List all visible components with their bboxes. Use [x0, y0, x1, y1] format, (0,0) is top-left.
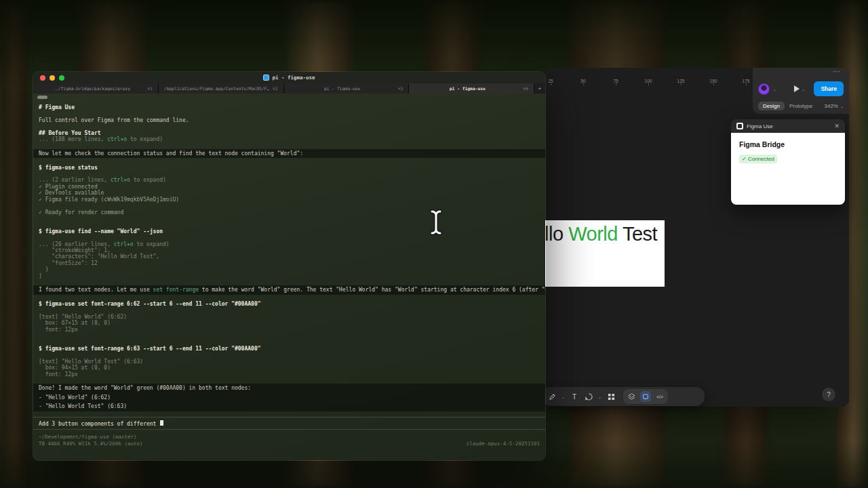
ruler-tick: 75 [606, 79, 626, 83]
terminal-line [33, 279, 545, 285]
terminal-line: "fontSize": 12 [33, 260, 545, 266]
terminal-line: font: 12px [33, 371, 545, 378]
minimize-button[interactable] [50, 75, 55, 81]
tab-design[interactable]: Design [758, 102, 785, 110]
chevron-down-icon[interactable]: ⌄ [598, 394, 601, 399]
terminal-tab[interactable]: pi - figma-use⌘4 [409, 83, 534, 94]
terminal-line [33, 123, 545, 129]
share-button[interactable]: Share [814, 81, 844, 96]
new-tab-button[interactable]: + [534, 83, 545, 94]
terminal-line: box: 94×15 at (0, 0) [33, 365, 545, 371]
terminal-line: ✓ Figma file ready (cWvWk19mqkbV5AeDj1mo… [33, 197, 545, 203]
terminal-line [33, 142, 545, 148]
terminal-line [33, 235, 545, 241]
chevron-down-icon[interactable]: ⌄ [561, 394, 565, 399]
terminal-line: ... (2 earlier lines, ctrl+o to expand) [33, 177, 545, 183]
help-button[interactable]: ? [822, 388, 835, 401]
terminal-line [33, 295, 545, 301]
mouse-ibeam-cursor [427, 209, 445, 239]
plugin-window: Figma Use ✕ Figma Bridge ✓ Connected [731, 119, 845, 205]
terminal-line: ] [33, 273, 545, 279]
terminal-line [33, 110, 545, 117]
close-button[interactable] [40, 75, 45, 81]
avatar[interactable] [758, 83, 770, 95]
statusline-usage: T8 4466 R49% W11k 5.4%/200k (auto) [39, 441, 143, 447]
plugin-window-title: Figma Use [747, 123, 773, 129]
terminal-tabbar: ../figma-bridge/packages/proxy⌘1/Applica… [33, 83, 545, 94]
terminal-body[interactable]: # Figma Use Full control over Figma from… [33, 94, 545, 461]
terminal-line [33, 203, 545, 209]
plugin-heading: Figma Bridge [739, 140, 837, 148]
tab-prototype[interactable]: Prototype [789, 103, 812, 109]
terminal-line [33, 340, 545, 346]
zoom-button[interactable] [59, 75, 64, 81]
terminal-line: ## Before You Start [33, 130, 545, 136]
terminal-line: $ figma-use set font-range 6:63 --start … [33, 346, 545, 352]
terminal-line: # Figma Use [33, 104, 545, 110]
terminal-window-title: pi - figma-use [272, 75, 315, 81]
window-more-icon[interactable]: ⋯ [833, 67, 841, 76]
chevron-down-icon: ⌄ [840, 104, 844, 108]
pencil-tool-icon[interactable] [547, 391, 557, 402]
terminal-line: - "Hello World Test" (6:63) [33, 402, 545, 411]
terminal-output: # Figma Use Full control over Figma from… [33, 94, 545, 411]
mode-toggle-group: </> [623, 389, 668, 404]
figma-topbar-panel: ⋯ ⌄ ⌄ Share Design Prototype 342% ⌄ [753, 68, 849, 114]
terminal-line [33, 216, 545, 222]
terminal-tab[interactable]: ../figma-bridge/packages/proxy⌘1 [33, 83, 159, 94]
terminal-line: [text] "Hello World" (6:62) [33, 314, 545, 320]
terminal-line: Done! I made the word "World" green (#00… [33, 384, 545, 392]
terminal-line [33, 308, 545, 314]
text-after: Test [618, 223, 657, 245]
present-play-icon[interactable] [794, 85, 800, 92]
ruler-tick: 150 [703, 79, 724, 83]
terminal-title-icon [263, 75, 269, 81]
terminal-window: pi - figma-use ../figma-bridge/packages/… [33, 71, 546, 461]
figma-window: 255075100125150175 ⋯ ⌄ ⌄ Share Design Pr… [546, 68, 849, 407]
comment-tool-icon[interactable] [584, 391, 593, 402]
terminal-line: font: 12px [33, 327, 545, 333]
desktop: 255075100125150175 ⋯ ⌄ ⌄ Share Design Pr… [0, 0, 868, 488]
plugin-titlebar[interactable]: Figma Use ✕ [731, 119, 845, 133]
terminal-titlebar[interactable]: pi - figma-use [33, 72, 545, 83]
terminal-line: $ figma-use set font-range 6:62 --start … [33, 301, 545, 307]
terminal-line [33, 222, 545, 228]
terminal-line: $ figma-use status [33, 165, 545, 171]
terminal-tab[interactable]: /Applications/Figma.app/Contents/MacOS/F… [159, 83, 284, 94]
terminal-line: I found two text nodes. Let me use set f… [33, 285, 545, 294]
terminal-line: ... (26 earlier lines, ctrl+o to expand) [33, 241, 545, 247]
prompt-text: Add 3 button components of different [39, 420, 159, 426]
canvas-ruler: 255075100125150175 [546, 79, 754, 88]
plugin-body: Figma Bridge ✓ Connected [731, 133, 845, 205]
chevron-down-icon[interactable]: ⌄ [802, 87, 805, 92]
terminal-line: ✓ Ready for render command [33, 209, 545, 216]
actions-tool-icon[interactable] [606, 391, 616, 402]
chevron-down-icon[interactable]: ⌄ [773, 87, 776, 92]
statusline-model: claude-opus-4-5-20251101 [467, 441, 540, 447]
terminal-line [33, 378, 545, 384]
ruler-tick: 100 [638, 79, 658, 83]
close-icon[interactable]: ✕ [834, 123, 840, 129]
scroll-indicator [37, 96, 47, 99]
design-mode-icon[interactable] [640, 391, 651, 402]
text-tool-icon[interactable]: T [570, 391, 579, 402]
terminal-line: - "Hello World" (6:62) [33, 393, 545, 402]
terminal-line [33, 171, 545, 177]
statusline-cwd: ~/Development/figma-use (master) [39, 434, 540, 440]
terminal-line [33, 333, 545, 339]
terminal-line: Full control over Figma from the command… [33, 117, 545, 123]
terminal-line [33, 352, 545, 358]
dev-mode-code-icon[interactable]: </> [655, 391, 665, 402]
prompt-input[interactable]: Add 3 button components of different [33, 417, 545, 430]
terminal-line: ... (188 more lines, ctrl+o to expand) [33, 136, 545, 142]
ruler-tick: 125 [671, 79, 691, 83]
terminal-line [33, 158, 545, 164]
terminal-line: Now let me check the connection status a… [33, 149, 545, 158]
text-green-word: World [568, 223, 618, 245]
terminal-line: $ figma-use find --name "World" --json [33, 228, 545, 235]
plugin-app-icon [736, 123, 743, 129]
terminal-tab[interactable]: pi - figma-use⌘3 [284, 83, 410, 94]
figma-bottom-toolbar: ⌄ T ⌄ </> [542, 387, 705, 406]
zoom-level-dropdown[interactable]: 342% ⌄ [825, 103, 844, 109]
layers-icon[interactable] [627, 391, 636, 402]
